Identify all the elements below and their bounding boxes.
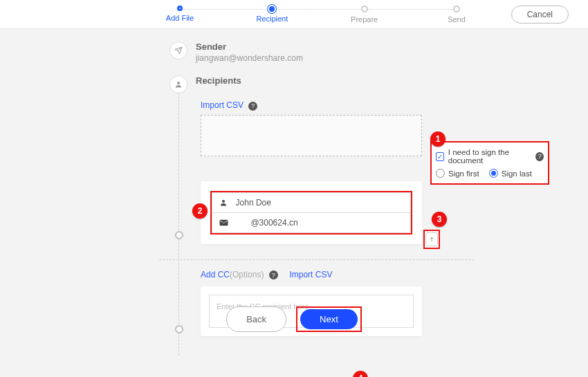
back-button[interactable]: Back: [226, 306, 286, 332]
sign-last-label: Sign last: [502, 169, 532, 178]
recipients-title: Recipients: [196, 75, 241, 86]
recipients-section: Import CSV ?: [201, 100, 429, 244]
import-csv-link[interactable]: Import CSV: [201, 100, 244, 110]
help-icon[interactable]: ?: [248, 102, 257, 111]
recipient-email-input[interactable]: [235, 218, 404, 228]
recipient-fields-highlight: [210, 191, 412, 235]
svg-rect-2: [219, 219, 228, 226]
person-icon: [219, 199, 229, 207]
move-up-button[interactable]: [425, 232, 438, 246]
recipient-card: [201, 181, 422, 244]
sender-title: Sender: [196, 42, 303, 52]
need-sign-checkbox[interactable]: ✓: [436, 152, 444, 161]
recipient-email-field[interactable]: [212, 213, 411, 233]
step-send[interactable]: Send: [436, 6, 477, 24]
need-sign-label: I need to sign the document: [448, 148, 536, 165]
csv-dropzone[interactable]: [201, 115, 422, 156]
help-icon[interactable]: ?: [535, 152, 544, 161]
recipients-node: Recipients: [169, 75, 585, 93]
next-highlight: Next: [296, 306, 362, 332]
progress-stepper: Add File Recipient Prepare Send: [159, 0, 477, 28]
sign-last-radio[interactable]: [489, 169, 498, 178]
timeline-dot: [175, 325, 183, 333]
timeline-dot: [175, 231, 183, 239]
annotation-1: 1: [430, 131, 445, 147]
next-button[interactable]: Next: [300, 309, 358, 329]
annotation-2: 2: [192, 203, 208, 219]
footer: Back Next: [0, 306, 588, 332]
topbar: Add File Recipient Prepare Send Cancel: [0, 0, 588, 29]
svg-point-1: [222, 200, 225, 203]
add-cc-link[interactable]: Add CC: [201, 270, 230, 279]
recipient-name-field[interactable]: [212, 192, 411, 213]
sign-first-label: Sign first: [448, 169, 479, 178]
send-icon: [169, 42, 187, 59]
user-icon: [169, 75, 187, 93]
recipient-name-input[interactable]: [236, 198, 404, 208]
cancel-button[interactable]: Cancel: [511, 6, 569, 24]
mail-icon: [219, 219, 228, 226]
step-recipient[interactable]: Recipient: [251, 6, 293, 23]
annotation-4: 4: [353, 371, 368, 377]
sender-email: jiangwan@wondershare.com: [196, 53, 303, 63]
svg-point-0: [177, 82, 180, 84]
sign-options-box: ✓ I need to sign the document ? Sign fir…: [430, 141, 549, 185]
move-up-highlight: [423, 230, 440, 249]
cc-options-suffix: (Options): [230, 270, 264, 279]
annotation-3: 3: [432, 212, 447, 227]
step-add-file[interactable]: Add File: [159, 6, 201, 22]
sender-node: Sender jiangwan@wondershare.com: [169, 42, 585, 63]
main: Sender jiangwan@wondershare.com Recipien…: [0, 29, 588, 336]
help-icon[interactable]: ?: [269, 270, 278, 279]
step-prepare[interactable]: Prepare: [344, 6, 385, 24]
section-divider: [159, 259, 474, 260]
cc-import-csv-link[interactable]: Import CSV: [289, 270, 332, 279]
sign-first-radio[interactable]: [436, 169, 445, 178]
